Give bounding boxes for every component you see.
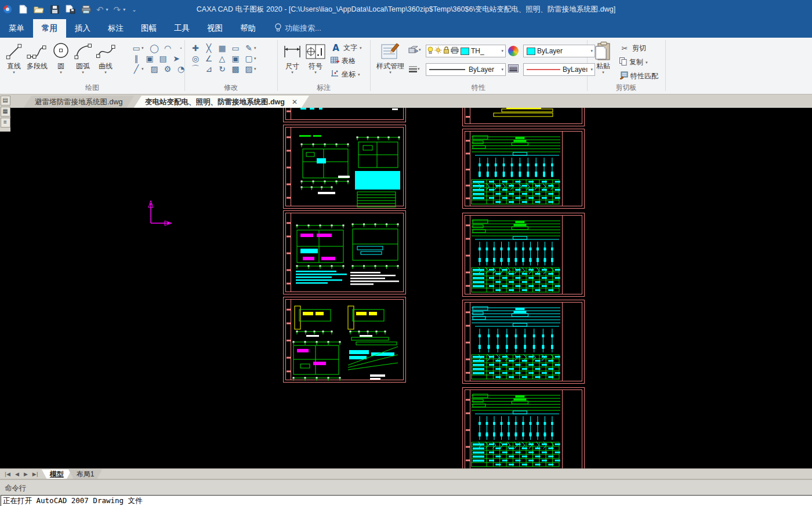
command-input[interactable]: 正在打开 AutoCAD 2007 Drawing 文件 (1, 495, 812, 506)
window-title: CAXA CAD 电子图板 2020 - [C:\Users\liao_\App… (0, 0, 812, 19)
menu-tab-3[interactable]: 标注 (99, 19, 132, 38)
document-tab-1[interactable]: 变电站变配电、照明、防雷接地系统图.dwg✕ (133, 96, 309, 108)
centerline-glyph: ╱ (131, 64, 142, 74)
array-glyph: ▦ (217, 43, 227, 53)
lineweight-combo[interactable]: ByLayeı ▾ (523, 63, 595, 76)
curve-button[interactable]: 曲线▾ (94, 41, 117, 75)
paste-button[interactable]: 粘贴▾ (593, 41, 614, 75)
hatch-glyph: ▨ (149, 64, 160, 74)
menu-tab-7[interactable]: 帮助 (231, 19, 264, 38)
last-tab-nav-icon[interactable]: ▶| (30, 471, 41, 477)
rectangle-icon[interactable]: ▭▾ (131, 43, 146, 53)
offset-icon[interactable]: ◎ (190, 54, 201, 63)
current-color-swatch (527, 48, 535, 55)
dimension-icon (282, 41, 302, 62)
drawing-canvas[interactable] (0, 108, 812, 468)
color-combo-value: ByLayer (537, 47, 563, 55)
rotate-icon[interactable]: ↻ (217, 64, 227, 74)
drawing-sheet-R1 (462, 129, 585, 209)
hatch-edit-dropdown-icon[interactable]: ▾ (254, 67, 259, 71)
color-wheel-icon[interactable] (508, 46, 519, 56)
first-tab-nav-icon[interactable]: |◀ (2, 471, 13, 477)
menu-tab-1[interactable]: 常用 (33, 19, 66, 38)
layer-combo-arrow[interactable]: ▾ (501, 49, 503, 53)
linetype-combo-value: ByLayer (469, 65, 494, 74)
block-edit-glyph: ▩ (230, 64, 241, 74)
centerline-dropdown-icon[interactable]: ▾ (142, 67, 146, 71)
lineweight-tool-button[interactable]: ▾ (408, 65, 422, 72)
drawing-sheet-L0 (283, 108, 406, 122)
gear-icon[interactable]: ⚙ (162, 64, 173, 74)
close-document-icon[interactable]: ✕ (292, 98, 298, 106)
extend-icon[interactable]: ∠ (204, 54, 214, 63)
corner-icon[interactable]: ▣ (230, 54, 241, 63)
command-panel: 命令行 正在打开 AutoCAD 2007 Drawing 文件 (0, 479, 812, 506)
printer-mini-icon (451, 47, 459, 56)
spline-icon[interactable]: ◠ (162, 43, 173, 53)
mini-toolbar-icon-3[interactable]: ≡ (1, 118, 10, 128)
block-insert-icon[interactable]: ▤ (158, 54, 168, 63)
fillet-icon[interactable]: ⌒ (190, 64, 201, 74)
frame-dropdown-icon[interactable]: ▾ (254, 56, 259, 61)
mini-toolbar-icon-1[interactable]: ▤ (1, 96, 10, 105)
offset-glyph: ◎ (190, 54, 201, 63)
trim-icon[interactable]: ╳ (204, 43, 214, 53)
contour-icon[interactable]: ▣ (144, 54, 155, 63)
ellipse-icon[interactable]: ◯ (149, 43, 160, 53)
move-icon[interactable]: ✚ (190, 43, 201, 53)
polyline-button[interactable]: 多段线▾ (24, 41, 50, 75)
dimension-button[interactable]: 尺寸▾ (281, 41, 304, 75)
color-combo[interactable]: ByLayer ▾ (523, 45, 595, 57)
document-tab-0[interactable]: 避雷塔防雷接地系统图.dwg (23, 96, 134, 108)
erase-dropdown-icon[interactable]: ▾ (254, 46, 259, 50)
centerline-icon[interactable]: ╱▾ (131, 64, 146, 74)
spline-glyph: ◠ (162, 43, 173, 53)
menu-tab-6[interactable]: 视图 (198, 19, 231, 38)
layout-tab-模型[interactable]: 模型 (42, 469, 72, 479)
mini-toolbar-icon-2[interactable]: ▦ (1, 107, 10, 117)
lineweight-list-icon[interactable] (508, 64, 519, 75)
stretch-icon[interactable]: ▭ (230, 43, 241, 53)
coordinate-icon (331, 70, 339, 79)
rectangle-dropdown-icon[interactable]: ▾ (142, 46, 146, 50)
menu-tab-4[interactable]: 图幅 (132, 19, 165, 38)
layer-combo[interactable]: TH_ ▾ (426, 45, 506, 57)
menu-tab-0[interactable]: 菜单 (0, 19, 33, 38)
erase-icon[interactable]: ✎▾ (244, 43, 259, 53)
gear-glyph: ⚙ (162, 64, 173, 74)
chamfer-icon[interactable]: ⊿ (204, 64, 214, 74)
circle-icon (52, 41, 70, 62)
table-button[interactable]: 表格 (331, 56, 364, 67)
cut-button[interactable]: ✂ 剪切 (619, 43, 658, 54)
menu-tab-5[interactable]: 工具 (165, 19, 198, 38)
layout-tab-布局1[interactable]: 布局1 (68, 469, 103, 479)
next-tab-nav-icon[interactable]: ▶ (21, 471, 30, 477)
layer-tools-button[interactable]: ▾ (408, 46, 423, 54)
mirror-icon[interactable]: △ (217, 54, 227, 63)
copy-button[interactable]: 复制▾ (619, 57, 658, 68)
circle-button[interactable]: 圆▾ (50, 41, 72, 75)
text-button[interactable]: A 文字▾ (331, 42, 364, 53)
prev-tab-nav-icon[interactable]: ◀ (13, 471, 21, 477)
frame-icon[interactable]: ▢▾ (244, 54, 259, 63)
lineweight-sample (527, 68, 560, 71)
function-search[interactable]: 功能搜索... (275, 19, 321, 38)
menu-tab-2[interactable]: 插入 (66, 19, 99, 38)
pick-arrow-icon[interactable]: ➤ (171, 54, 182, 63)
linetype-combo-arrow[interactable]: ▾ (501, 67, 503, 72)
coordinate-button[interactable]: 坐标▾ (331, 69, 364, 80)
match-properties-button[interactable]: 特性匹配 (619, 71, 658, 82)
line-button[interactable]: 直线▾ (3, 41, 24, 75)
block-insert-glyph: ▤ (158, 54, 168, 63)
parallel-line-icon[interactable]: ∥ (131, 54, 142, 63)
arc-button[interactable]: 圆弧▾ (72, 41, 94, 75)
hatch-icon[interactable]: ▨ (149, 64, 160, 74)
parallel-line-glyph: ∥ (131, 54, 142, 63)
drawing-sheet-R0 (462, 108, 585, 126)
linetype-combo[interactable]: ByLayer ▾ (426, 63, 506, 76)
array-icon[interactable]: ▦ (217, 43, 227, 53)
block-edit-icon[interactable]: ▩ (230, 64, 241, 74)
symbol-button[interactable]: 符号▾ (304, 41, 327, 75)
hatch-edit-icon[interactable]: ▨▾ (244, 64, 259, 74)
style-manager-button[interactable]: 样式管理▾ (375, 41, 406, 75)
